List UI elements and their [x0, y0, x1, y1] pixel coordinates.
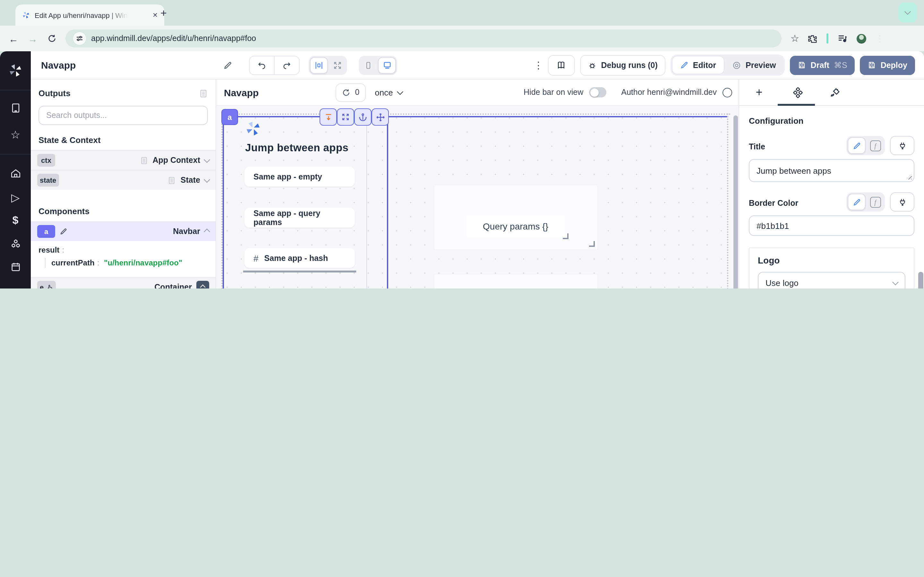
browser-toolbar: ← → app.windmill.dev/apps/edit/u/henri/n… [0, 26, 924, 51]
desktop-view-button[interactable] [378, 57, 396, 73]
rename-app-pencil-icon[interactable] [223, 61, 232, 69]
static-input-mode-button[interactable] [848, 193, 866, 210]
navbar-type-label: Navbar [173, 227, 200, 236]
component-row-navbar[interactable]: a Navbar [31, 221, 216, 241]
more-options-icon[interactable]: ⋮ [533, 59, 543, 71]
query-params-text[interactable]: Query params {} [467, 215, 565, 237]
nav-item-same-app-query-params[interactable]: Same app - query params [244, 208, 355, 227]
panel-doc-icon[interactable] [199, 89, 208, 98]
expand-tool[interactable] [337, 108, 354, 126]
editor-tab[interactable]: Editor [672, 56, 724, 74]
forward-button[interactable]: → [23, 33, 42, 44]
sidebar-item-favorites[interactable]: ☆ [0, 128, 31, 142]
navbar-inner-border [367, 116, 367, 288]
bookmark-star-icon[interactable]: ☆ [790, 33, 799, 44]
edit-pencil-icon[interactable] [60, 227, 67, 235]
refresh-count-button[interactable]: 0 [336, 83, 366, 102]
hide-bar-toggle[interactable] [589, 87, 606, 97]
sidebar-item-apps[interactable] [0, 103, 31, 113]
app-window: ☆ ▷ $ ⚙ [0, 51, 924, 288]
profile-avatar[interactable] [857, 34, 867, 43]
collapse-button[interactable] [196, 281, 209, 288]
redo-button[interactable] [274, 56, 299, 74]
title-input[interactable]: Jump between apps [749, 159, 914, 182]
media-controls-icon[interactable] [838, 33, 848, 44]
debug-runs-button[interactable]: Debug runs (0) [580, 55, 665, 75]
nav-item-label: Same app - hash [264, 253, 328, 263]
static-input-mode-button[interactable] [848, 137, 866, 154]
container-e-type-label: Container [154, 283, 192, 288]
sidebar-item-resources[interactable] [0, 239, 31, 250]
component-settings-tab[interactable] [779, 79, 816, 105]
sidebar-item-variables[interactable]: $ [0, 214, 31, 227]
insert-component-tab[interactable]: + [739, 79, 779, 105]
windmill-logo[interactable] [0, 63, 31, 78]
canvas-grid-border [727, 113, 728, 288]
preview-tab[interactable]: Preview [724, 56, 784, 74]
outputs-search-input[interactable] [45, 110, 202, 121]
reload-button[interactable] [42, 34, 61, 43]
anchor-tool[interactable] [354, 108, 372, 126]
back-button[interactable]: ← [4, 33, 23, 44]
window-chevron-button[interactable] [898, 3, 917, 23]
deploy-button[interactable]: Deploy [860, 55, 915, 75]
expand-down-tool[interactable] [320, 108, 337, 126]
info-icon[interactable] [722, 87, 732, 97]
mobile-view-button[interactable] [360, 57, 376, 73]
state-badge: state [37, 174, 59, 187]
nav-item-same-app-hash[interactable]: # Same app - hash [244, 248, 355, 268]
expr-input-mode-button[interactable]: f [867, 194, 884, 210]
refresh-icon [342, 88, 351, 97]
nav-item-same-app-empty[interactable]: Same app - empty [244, 167, 355, 187]
hash-container[interactable] [434, 274, 598, 288]
browser-menu-icon[interactable]: ⋮ [876, 33, 885, 44]
expr-input-mode-button[interactable]: f [867, 138, 884, 153]
component-row-container-e[interactable]: e Container [31, 277, 216, 288]
settings-scrollbar[interactable] [918, 272, 923, 288]
editor-label: Editor [693, 61, 716, 69]
use-logo-select[interactable]: Use logo [758, 272, 905, 288]
browser-tab[interactable]: Edit App u/henri/navapp | Win ✕ [15, 5, 164, 26]
ctx-row[interactable]: ctx App Context [31, 150, 216, 170]
url-bar[interactable]: app.windmill.dev/apps/edit/u/henri/navap… [65, 29, 782, 47]
connect-input-button[interactable] [890, 136, 914, 155]
extensions-icon[interactable] [808, 34, 818, 43]
sidebar-item-schedules[interactable] [0, 261, 31, 272]
preview-eye-icon [732, 61, 741, 69]
resize-handle[interactable] [589, 241, 595, 247]
chevron-up-icon[interactable] [204, 228, 210, 235]
workspace-sidebar: ☆ ▷ $ ⚙ [0, 51, 31, 288]
connect-input-button[interactable] [890, 192, 914, 211]
use-logo-value: Use logo [766, 278, 798, 287]
tab-close-icon[interactable]: ✕ [152, 11, 158, 19]
colon: : [97, 258, 99, 268]
move-tool[interactable] [372, 108, 389, 126]
border-color-input[interactable]: #b1b1b1 [749, 215, 914, 236]
undo-redo-group [249, 55, 300, 75]
refresh-mode-dropdown[interactable]: once [375, 87, 402, 97]
canvas[interactable]: a [216, 106, 738, 288]
centered-layout-button[interactable] [310, 57, 328, 73]
device-toggle-group [359, 55, 397, 75]
state-row[interactable]: state State [31, 170, 216, 190]
outputs-search[interactable] [39, 106, 208, 125]
toolbar-separator [827, 33, 829, 44]
badge-letter: e [40, 284, 44, 288]
sidebar-item-runs[interactable]: ▷ [0, 191, 31, 205]
new-tab-button[interactable]: + [160, 7, 167, 20]
site-settings-icon[interactable] [73, 32, 86, 45]
canvas-scrollbar[interactable] [733, 115, 738, 288]
draft-label: Draft [811, 61, 829, 69]
sidebar-item-home[interactable] [0, 168, 31, 179]
undo-button[interactable] [250, 56, 274, 74]
colon: : [62, 245, 64, 255]
full-width-layout-button[interactable] [329, 57, 346, 73]
docs-button[interactable] [548, 55, 575, 75]
selected-component-badge[interactable]: a [221, 109, 238, 125]
chevron-down-icon[interactable] [204, 156, 210, 163]
canvas-width-group [309, 55, 347, 75]
chevron-down-icon[interactable] [204, 176, 210, 182]
draft-button[interactable]: Draft ⌘S [790, 55, 855, 75]
styling-tab[interactable] [816, 79, 853, 105]
resize-handle[interactable] [563, 234, 569, 239]
